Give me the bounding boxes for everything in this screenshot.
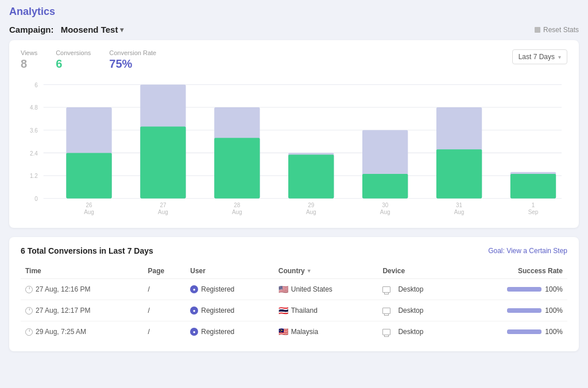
svg-text:Aug: Aug xyxy=(84,209,94,215)
user-icon: ● xyxy=(190,328,198,336)
clock-icon xyxy=(25,307,33,315)
time-value: 27 Aug, 12:16 PM xyxy=(36,285,90,293)
conversions-table: Time Page User Country ▼ xyxy=(21,263,567,342)
views-value: 8 xyxy=(21,57,37,71)
stats-row: Views 8 Conversions 6 Conversion Rate 75… xyxy=(21,49,567,71)
cell-page-1: / xyxy=(144,300,186,321)
cell-time-2: 29 Aug, 7:25 AM xyxy=(21,321,144,343)
user-value: Registered xyxy=(201,306,234,315)
svg-text:1: 1 xyxy=(532,202,535,208)
total-conversions-label: 6 Total Conversions in Last 7 Days xyxy=(21,246,153,255)
progress-bar-bg xyxy=(507,287,541,292)
device-value: Desktop xyxy=(398,285,423,293)
cell-device-2: Desktop xyxy=(378,321,461,343)
th-time: Time xyxy=(21,263,144,279)
bar-conv-7 xyxy=(510,174,556,199)
bar-conv-1 xyxy=(66,153,111,198)
reset-stats-button[interactable]: Reset Stats xyxy=(535,26,579,34)
table-row: 29 Aug, 7:25 AM/●Registered🇲🇾MalaysiaDes… xyxy=(21,321,567,343)
user-value: Registered xyxy=(201,285,234,293)
th-country[interactable]: Country ▼ xyxy=(274,263,378,279)
svg-text:Aug: Aug xyxy=(158,209,168,215)
cell-success-rate-1: 100% xyxy=(461,300,567,321)
cell-country-2: 🇲🇾Malaysia xyxy=(274,321,378,343)
cell-user-0: ●Registered xyxy=(185,279,274,300)
country-name: Thailand xyxy=(291,306,318,315)
goal-link[interactable]: Goal: View a Certain Step xyxy=(488,247,567,255)
bar-conv-4 xyxy=(288,155,334,199)
success-rate-value: 100% xyxy=(545,285,563,293)
conversion-rate-label: Conversion Rate xyxy=(109,49,156,56)
cell-device-1: Desktop xyxy=(378,300,461,321)
date-range-label: Last 7 Days xyxy=(519,53,555,61)
conversion-rate-value: 75% xyxy=(109,57,156,71)
country-flag: 🇺🇸 xyxy=(278,285,288,294)
reset-stats-label: Reset Stats xyxy=(543,26,579,34)
svg-text:28: 28 xyxy=(234,202,240,208)
cell-user-1: ●Registered xyxy=(185,300,274,321)
desktop-icon xyxy=(382,308,390,314)
bar-conv-5 xyxy=(362,174,408,199)
svg-text:3.6: 3.6 xyxy=(30,127,38,134)
th-success-rate: Success Rate xyxy=(461,263,567,279)
svg-text:29: 29 xyxy=(308,202,314,208)
campaign-header: Campaign: Moosend Test ▾ Reset Stats xyxy=(9,25,579,34)
svg-text:Aug: Aug xyxy=(306,209,316,215)
clock-icon xyxy=(25,286,33,293)
success-rate-value: 100% xyxy=(545,306,563,315)
conversions-label: Conversions xyxy=(56,49,91,56)
user-icon: ● xyxy=(190,285,198,293)
progress-bar-fill xyxy=(507,329,541,334)
svg-text:Aug: Aug xyxy=(380,209,390,215)
campaign-name: Moosend Test xyxy=(61,25,118,34)
user-icon: ● xyxy=(190,306,198,315)
progress-bar-bg xyxy=(507,329,541,334)
chart-svg: 6 4.8 3.6 2.4 1.2 0 xyxy=(21,79,567,216)
bar-conv-2 xyxy=(140,126,185,198)
desktop-icon xyxy=(382,286,390,293)
bar-chart: 6 4.8 3.6 2.4 1.2 0 xyxy=(21,79,567,216)
progress-bar-fill xyxy=(507,308,541,313)
cell-user-2: ●Registered xyxy=(185,321,274,343)
th-user: User xyxy=(185,263,274,279)
progress-bar-bg xyxy=(507,308,541,313)
svg-text:6: 6 xyxy=(34,82,38,88)
user-value: Registered xyxy=(201,328,234,336)
chevron-down-icon: ▾ xyxy=(558,54,561,60)
svg-text:30: 30 xyxy=(382,202,388,208)
time-value: 29 Aug, 7:25 AM xyxy=(36,328,86,336)
cell-device-0: Desktop xyxy=(378,279,461,300)
svg-text:Aug: Aug xyxy=(232,209,242,215)
cell-country-1: 🇹🇭Thailand xyxy=(274,300,378,321)
views-stat: Views 8 xyxy=(21,49,37,71)
main-chart-card: Views 8 Conversions 6 Conversion Rate 75… xyxy=(9,40,579,228)
sort-icon: ▼ xyxy=(307,268,312,274)
time-value: 27 Aug, 12:17 PM xyxy=(36,306,90,315)
table-row: 27 Aug, 12:17 PM/●Registered🇹🇭ThailandDe… xyxy=(21,300,567,321)
bar-conv-6 xyxy=(436,149,482,199)
date-range-selector[interactable]: Last 7 Days ▾ xyxy=(512,49,567,64)
conversions-section: 6 Total Conversions in Last 7 Days Goal:… xyxy=(9,237,579,351)
cell-time-1: 27 Aug, 12:17 PM xyxy=(21,300,144,321)
cell-country-0: 🇺🇸United States xyxy=(274,279,378,300)
country-flag: 🇹🇭 xyxy=(278,306,288,315)
th-page: Page xyxy=(144,263,186,279)
country-flag: 🇲🇾 xyxy=(278,327,288,336)
cell-time-0: 27 Aug, 12:16 PM xyxy=(21,279,144,300)
chevron-down-icon: ▾ xyxy=(120,26,123,34)
campaign-title[interactable]: Campaign: Moosend Test ▾ xyxy=(9,25,123,34)
svg-text:27: 27 xyxy=(160,202,166,208)
cell-page-0: / xyxy=(144,279,186,300)
th-device: Device xyxy=(378,263,461,279)
svg-text:31: 31 xyxy=(456,202,462,208)
country-name: United States xyxy=(291,285,332,293)
svg-text:2.4: 2.4 xyxy=(30,150,38,156)
conversions-value: 6 xyxy=(56,57,91,71)
desktop-icon xyxy=(382,329,390,335)
svg-text:Aug: Aug xyxy=(454,209,465,215)
svg-text:4.8: 4.8 xyxy=(30,104,38,111)
device-value: Desktop xyxy=(398,306,423,315)
table-body: 27 Aug, 12:16 PM/●Registered🇺🇸United Sta… xyxy=(21,279,567,343)
device-value: Desktop xyxy=(398,328,423,336)
conversions-stat: Conversions 6 xyxy=(56,49,91,71)
